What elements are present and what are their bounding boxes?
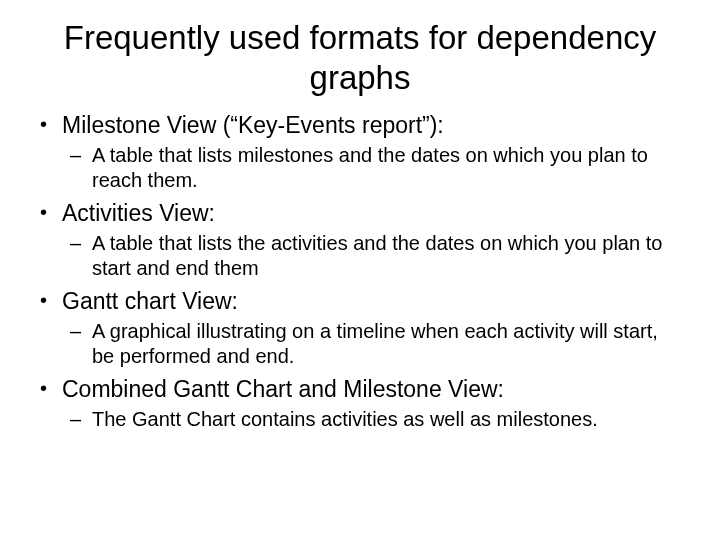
list-item: Milestone View (“Key-Events report”): A … [62, 111, 684, 193]
sub-item: A table that lists milestones and the da… [92, 143, 684, 193]
item-label: Gantt chart View: [62, 288, 238, 314]
sub-list: A graphical illustrating on a timeline w… [62, 319, 684, 369]
item-label: Milestone View (“Key-Events report”): [62, 112, 444, 138]
item-label: Activities View: [62, 200, 215, 226]
sub-list: The Gantt Chart contains activities as w… [62, 407, 684, 432]
list-item: Gantt chart View: A graphical illustrati… [62, 287, 684, 369]
list-item: Combined Gantt Chart and Milestone View:… [62, 375, 684, 432]
item-label: Combined Gantt Chart and Milestone View: [62, 376, 504, 402]
sub-list: A table that lists the activities and th… [62, 231, 684, 281]
bullet-list: Milestone View (“Key-Events report”): A … [36, 111, 684, 432]
sub-item: A table that lists the activities and th… [92, 231, 684, 281]
sub-item: A graphical illustrating on a timeline w… [92, 319, 684, 369]
list-item: Activities View: A table that lists the … [62, 199, 684, 281]
slide-title: Frequently used formats for dependency g… [36, 18, 684, 97]
sub-list: A table that lists milestones and the da… [62, 143, 684, 193]
sub-item: The Gantt Chart contains activities as w… [92, 407, 684, 432]
